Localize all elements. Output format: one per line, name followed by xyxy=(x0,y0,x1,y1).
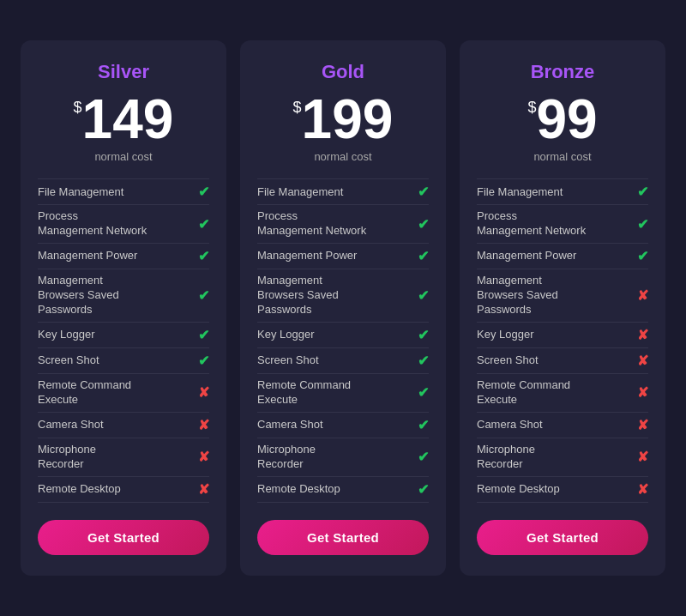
list-item: Process Management Network✔ xyxy=(257,204,429,243)
list-item: Management Browsers Saved Passwords✔ xyxy=(38,269,209,322)
cross-icon: ✘ xyxy=(637,384,648,401)
price-currency-bronze: $ xyxy=(527,99,536,117)
list-item: Microphone Recorder✔ xyxy=(257,438,429,476)
feature-name-label: Camera Shot xyxy=(38,418,198,432)
get-started-button-silver[interactable]: Get Started xyxy=(38,520,209,555)
check-icon: ✔ xyxy=(418,417,429,433)
price-container-gold: $199 xyxy=(293,92,394,147)
feature-name-label: Key Logger xyxy=(257,328,418,342)
feature-name-label: Process Management Network xyxy=(38,209,198,239)
pricing-card-bronze: Bronze$99normal costFile Management✔Proc… xyxy=(460,40,665,575)
feature-name-label: Process Management Network xyxy=(257,209,418,239)
features-list-silver: File Management✔Process Management Netwo… xyxy=(38,178,209,502)
feature-name-label: Management Browsers Saved Passwords xyxy=(38,274,198,317)
list-item: Process Management Network✔ xyxy=(38,204,209,243)
check-icon: ✔ xyxy=(418,353,429,369)
check-icon: ✔ xyxy=(198,184,209,200)
features-list-bronze: File Management✔Process Management Netwo… xyxy=(477,178,648,502)
cross-icon: ✘ xyxy=(637,353,648,369)
cross-icon: ✘ xyxy=(637,481,648,498)
feature-name-label: Remote Desktop xyxy=(477,482,637,497)
cross-icon: ✘ xyxy=(637,449,648,465)
feature-name-label: Management Power xyxy=(38,249,198,263)
list-item: Remote Desktop✘ xyxy=(477,476,648,503)
check-icon: ✔ xyxy=(198,353,209,369)
list-item: Microphone Recorder✘ xyxy=(38,438,209,476)
price-container-bronze: $99 xyxy=(527,92,597,147)
list-item: Key Logger✘ xyxy=(477,322,648,347)
list-item: Screen Shot✘ xyxy=(477,347,648,373)
feature-name-label: File Management xyxy=(38,185,198,200)
feature-name-label: Camera Shot xyxy=(257,418,418,432)
feature-name-label: Camera Shot xyxy=(477,418,637,432)
list-item: Management Power✔ xyxy=(38,243,209,269)
list-item: File Management✔ xyxy=(257,178,429,204)
list-item: Management Power✔ xyxy=(477,243,648,269)
list-item: Process Management Network✔ xyxy=(477,204,648,243)
price-currency-gold: $ xyxy=(293,99,302,117)
list-item: Remote Command Execute✘ xyxy=(38,373,209,412)
pricing-card-silver: Silver$149normal costFile Management✔Pro… xyxy=(21,40,226,575)
check-icon: ✔ xyxy=(418,248,429,264)
features-list-gold: File Management✔Process Management Netwo… xyxy=(257,178,429,502)
feature-name-label: Management Browsers Saved Passwords xyxy=(257,274,418,317)
price-amount-bronze: 99 xyxy=(536,92,597,147)
plan-name-gold: Gold xyxy=(322,61,364,83)
list-item: Microphone Recorder✘ xyxy=(477,438,648,476)
cross-icon: ✘ xyxy=(637,287,648,304)
feature-name-label: Screen Shot xyxy=(257,353,418,368)
check-icon: ✔ xyxy=(637,184,648,200)
check-icon: ✔ xyxy=(418,481,429,498)
check-icon: ✔ xyxy=(418,184,429,200)
list-item: Key Logger✔ xyxy=(257,322,429,347)
check-icon: ✔ xyxy=(198,248,209,264)
list-item: Management Power✔ xyxy=(257,243,429,269)
feature-name-label: Management Browsers Saved Passwords xyxy=(477,274,637,317)
cross-icon: ✘ xyxy=(637,327,648,343)
feature-name-label: Microphone Recorder xyxy=(257,443,418,472)
cross-icon: ✘ xyxy=(198,481,209,498)
feature-name-label: Remote Desktop xyxy=(257,482,418,497)
price-amount-gold: 199 xyxy=(302,92,394,147)
list-item: Camera Shot✘ xyxy=(477,412,648,438)
feature-name-label: Screen Shot xyxy=(477,353,637,368)
plan-name-bronze: Bronze xyxy=(531,61,595,83)
normal-cost-label-gold: normal cost xyxy=(314,150,371,163)
feature-name-label: Management Power xyxy=(257,249,418,263)
cross-icon: ✘ xyxy=(198,417,209,433)
list-item: Remote Command Execute✘ xyxy=(477,373,648,412)
check-icon: ✔ xyxy=(418,449,429,465)
feature-name-label: Key Logger xyxy=(477,328,637,342)
list-item: Screen Shot✔ xyxy=(257,347,429,373)
check-icon: ✔ xyxy=(637,248,648,264)
list-item: Remote Desktop✔ xyxy=(257,476,429,503)
feature-name-label: Microphone Recorder xyxy=(477,443,637,472)
check-icon: ✔ xyxy=(418,216,429,233)
list-item: Remote Command Execute✔ xyxy=(257,373,429,412)
feature-name-label: Remote Desktop xyxy=(38,482,198,497)
feature-name-label: Screen Shot xyxy=(38,353,198,368)
cross-icon: ✘ xyxy=(637,417,648,433)
cross-icon: ✘ xyxy=(198,449,209,465)
feature-name-label: Microphone Recorder xyxy=(38,443,198,472)
pricing-card-gold: Gold$199normal costFile Management✔Proce… xyxy=(240,40,446,575)
list-item: Key Logger✔ xyxy=(38,322,209,347)
feature-name-label: Remote Command Execute xyxy=(38,378,198,408)
feature-name-label: Management Power xyxy=(477,249,637,263)
check-icon: ✔ xyxy=(418,384,429,401)
list-item: Remote Desktop✘ xyxy=(38,476,209,503)
feature-name-label: File Management xyxy=(477,185,637,200)
get-started-button-gold[interactable]: Get Started xyxy=(257,520,429,555)
check-icon: ✔ xyxy=(418,327,429,343)
price-amount-silver: 149 xyxy=(82,92,174,147)
list-item: Screen Shot✔ xyxy=(38,347,209,373)
check-icon: ✔ xyxy=(198,287,209,304)
check-icon: ✔ xyxy=(418,287,429,304)
feature-name-label: File Management xyxy=(257,185,418,200)
check-icon: ✔ xyxy=(198,327,209,343)
feature-name-label: Remote Command Execute xyxy=(257,378,418,408)
get-started-button-bronze[interactable]: Get Started xyxy=(477,520,648,555)
list-item: Camera Shot✘ xyxy=(38,412,209,438)
price-currency-silver: $ xyxy=(74,99,82,117)
cross-icon: ✘ xyxy=(198,384,209,401)
